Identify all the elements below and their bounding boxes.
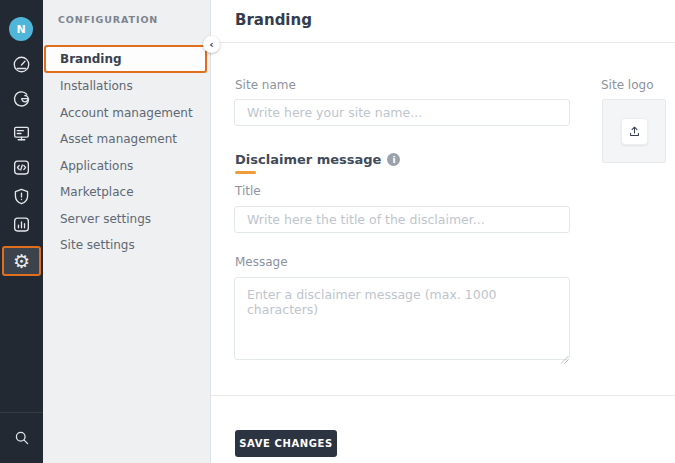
upload-button[interactable] — [621, 118, 648, 145]
reports-chart-icon[interactable] — [0, 212, 43, 236]
upload-icon — [628, 125, 641, 138]
sidebar-item-label: Installations — [60, 79, 133, 93]
site-name-label: Site name — [235, 78, 296, 92]
code-icon[interactable] — [0, 155, 43, 179]
sidebar-item-label: Site settings — [60, 238, 135, 252]
sidebar-menu: Branding Installations Account managemen… — [43, 45, 211, 259]
sidebar-item-branding[interactable]: Branding — [44, 45, 207, 73]
chevron-left-icon: ‹ — [209, 39, 214, 50]
sidebar-item-account-management[interactable]: Account management — [43, 100, 211, 127]
icon-rail: N — [0, 0, 43, 463]
sidebar-item-server-settings[interactable]: Server settings — [43, 206, 211, 233]
dashboard-gauge-icon[interactable] — [0, 52, 43, 76]
sidebar-item-label: Account management — [60, 106, 193, 120]
disclaimer-message-textarea[interactable] — [234, 277, 570, 360]
header-divider — [211, 42, 675, 43]
avatar[interactable]: N — [9, 17, 33, 41]
disclaimer-section-heading: Disclaimer message i — [235, 152, 400, 167]
save-changes-button[interactable]: SAVE CHANGES — [235, 430, 337, 457]
page-title: Branding — [235, 11, 312, 29]
sidebar-collapse-button[interactable]: ‹ — [203, 36, 220, 53]
sidebar-item-label: Server settings — [60, 212, 151, 226]
monitoring-screen-icon[interactable] — [0, 121, 43, 145]
sidebar-section-title: CONFIGURATION — [58, 14, 158, 25]
heading-accent-underline — [235, 171, 256, 174]
disclaimer-title-label: Title — [235, 184, 261, 198]
site-logo-dropzone[interactable] — [602, 99, 666, 163]
textarea-resize-handle[interactable] — [560, 349, 569, 358]
site-logo-label: Site logo — [601, 78, 654, 92]
spiral-g-icon[interactable] — [0, 86, 43, 110]
sidebar-item-asset-management[interactable]: Asset management — [43, 126, 211, 153]
configuration-sidebar: CONFIGURATION Branding Installations Acc… — [43, 0, 211, 463]
sidebar-item-installations[interactable]: Installations — [43, 73, 211, 100]
disclaimer-message-label: Message — [235, 255, 288, 269]
security-shield-icon[interactable] — [0, 184, 43, 208]
sidebar-item-label: Asset management — [60, 132, 177, 146]
sidebar-item-label: Applications — [60, 159, 133, 173]
app-window: N — [0, 0, 675, 463]
rail-footer — [0, 412, 43, 463]
search-icon[interactable] — [0, 426, 43, 450]
disclaimer-heading-text: Disclaimer message — [235, 152, 381, 167]
sidebar-item-marketplace[interactable]: Marketplace — [43, 179, 211, 206]
disclaimer-title-input[interactable] — [234, 206, 570, 233]
site-name-input[interactable] — [234, 99, 570, 126]
info-icon[interactable]: i — [387, 153, 400, 166]
sidebar-item-applications[interactable]: Applications — [43, 153, 211, 180]
settings-gear-icon[interactable]: ⚙ — [2, 246, 41, 276]
sidebar-item-label: Marketplace — [60, 185, 134, 199]
main-content: Branding Site name Site logo Disclaimer … — [211, 0, 675, 463]
sidebar-item-site-settings[interactable]: Site settings — [43, 232, 211, 259]
gear-glyph: ⚙ — [13, 252, 30, 271]
sidebar-item-label: Branding — [60, 52, 122, 66]
footer-divider — [211, 395, 675, 396]
